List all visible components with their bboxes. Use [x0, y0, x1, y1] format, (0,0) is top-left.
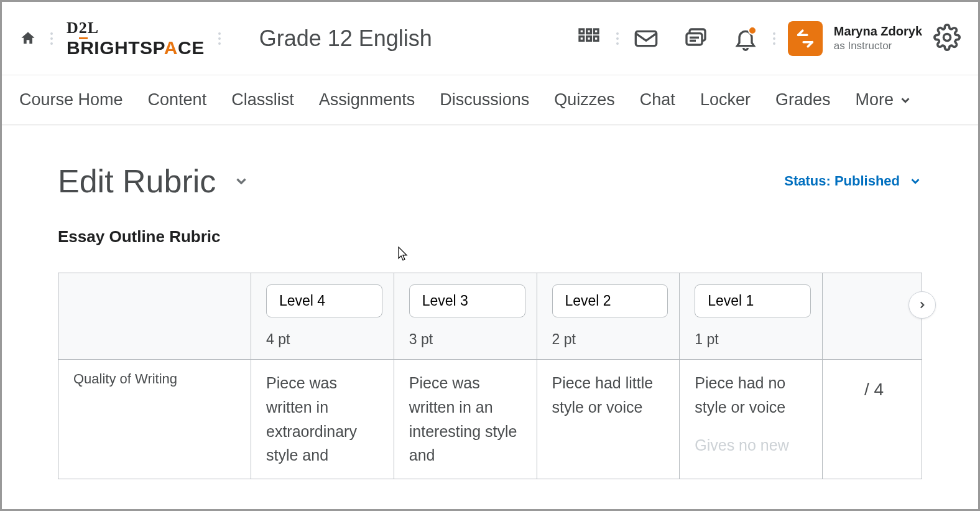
rubric-cell[interactable]: Piece had little style or voice [537, 360, 680, 479]
svg-rect-5 [594, 36, 598, 40]
svg-rect-0 [580, 29, 584, 34]
nav-chat[interactable]: Chat [640, 90, 675, 110]
notification-dot-icon [748, 26, 757, 35]
nav-locker[interactable]: Locker [700, 90, 751, 110]
svg-rect-2 [594, 29, 598, 34]
scroll-right-button[interactable] [908, 291, 936, 319]
nav-classlist[interactable]: Classlist [231, 90, 294, 110]
score-cell[interactable]: / 4 [823, 360, 922, 479]
brand-l: L [88, 19, 99, 37]
nav-more[interactable]: More [855, 90, 912, 110]
gear-icon[interactable] [933, 24, 961, 54]
svg-rect-3 [580, 36, 584, 40]
role-switch-button[interactable] [788, 21, 823, 56]
nav-discussions[interactable]: Discussions [440, 90, 529, 110]
nav-content[interactable]: Content [148, 90, 207, 110]
chevron-right-icon [917, 299, 928, 311]
page-title: Edit Rubric [58, 162, 249, 200]
apps-grid-icon[interactable] [575, 25, 603, 52]
svg-rect-1 [586, 29, 591, 34]
rubric-cell[interactable]: Piece had no style or voice Gives no new [680, 360, 823, 479]
home-icon[interactable] [19, 30, 37, 47]
brand-post: CE [178, 37, 205, 58]
divider-dots [616, 32, 619, 45]
chevron-down-icon[interactable] [233, 173, 249, 189]
user-role: as Instructor [834, 40, 922, 52]
divider-dots [50, 32, 53, 45]
nav-quizzes[interactable]: Quizzes [554, 90, 615, 110]
cell-text: Piece had little style or voice [552, 371, 668, 420]
criterion-name: Quality of Writing [73, 371, 239, 387]
nav-assignments[interactable]: Assignments [319, 90, 415, 110]
level-header: 2 pt [537, 273, 680, 360]
cell-text: Piece was written in extraordinary style… [266, 371, 382, 467]
brand-logo[interactable]: D2L BRIGHTSPACE [67, 20, 205, 57]
nav-more-label: More [855, 90, 894, 110]
cell-text: Piece had no style or voice [695, 371, 811, 420]
rubric-cell[interactable]: Piece was written in an interesting styl… [394, 360, 537, 479]
level-header: 1 pt [680, 273, 823, 360]
rubric-name[interactable]: Essay Outline Rubric [58, 227, 922, 246]
level-header: 3 pt [394, 273, 537, 360]
page-title-text: Edit Rubric [58, 162, 216, 200]
level-name-input[interactable] [266, 284, 382, 317]
rubric-table: 4 pt 3 pt 2 pt 1 pt [58, 273, 922, 479]
level-name-input[interactable] [695, 284, 811, 317]
user-menu[interactable]: Maryna Zdoryk as Instructor [834, 24, 922, 52]
bell-icon[interactable] [732, 25, 759, 52]
brand-pre: BRIGHTSP [67, 37, 164, 58]
nav-course-home[interactable]: Course Home [19, 90, 123, 110]
svg-rect-4 [586, 36, 591, 40]
topbar: D2L BRIGHTSPACE Grade 12 English [2, 2, 978, 75]
brand-a: A [164, 37, 178, 58]
nav-grades[interactable]: Grades [775, 90, 831, 110]
level-name-input[interactable] [552, 284, 668, 317]
course-title[interactable]: Grade 12 English [259, 26, 432, 52]
table-corner [58, 273, 251, 360]
user-name: Maryna Zdoryk [834, 24, 922, 39]
score-header [823, 273, 922, 360]
rubric-table-wrap: 4 pt 3 pt 2 pt 1 pt [58, 273, 922, 479]
level-points[interactable]: 1 pt [695, 331, 811, 348]
level-points[interactable]: 2 pt [552, 331, 668, 348]
table-row: Quality of Writing Piece was written in … [58, 360, 922, 479]
out-of-score: / 4 [838, 380, 910, 400]
chevron-down-icon [908, 174, 922, 188]
chat-icon[interactable] [682, 25, 710, 52]
svg-rect-6 [636, 31, 656, 45]
divider-dots [218, 32, 221, 45]
main-content: Edit Rubric Status: Published Essay Outl… [2, 125, 978, 479]
level-points[interactable]: 4 pt [266, 331, 382, 348]
chevron-down-icon [899, 93, 912, 107]
level-name-input[interactable] [409, 284, 525, 317]
rubric-cell[interactable]: Piece was written in extraordinary style… [251, 360, 394, 479]
course-navbar: Course Home Content Classlist Assignment… [2, 75, 978, 125]
status-label: Status: Published [784, 173, 900, 189]
mail-icon[interactable] [632, 25, 660, 52]
criterion-name-cell[interactable]: Quality of Writing [58, 360, 251, 479]
page-title-row: Edit Rubric Status: Published [58, 162, 922, 200]
divider-dots [773, 32, 775, 45]
status-dropdown[interactable]: Status: Published [784, 173, 922, 189]
cell-text: Piece was written in an interesting styl… [409, 371, 525, 467]
brand-2: 2 [79, 19, 88, 39]
level-points[interactable]: 3 pt [409, 331, 525, 348]
level-header: 4 pt [251, 273, 394, 360]
cell-text-fade: Gives no new [695, 433, 811, 457]
svg-point-11 [944, 34, 951, 40]
brand-d: D [67, 19, 79, 37]
svg-rect-8 [686, 33, 702, 44]
